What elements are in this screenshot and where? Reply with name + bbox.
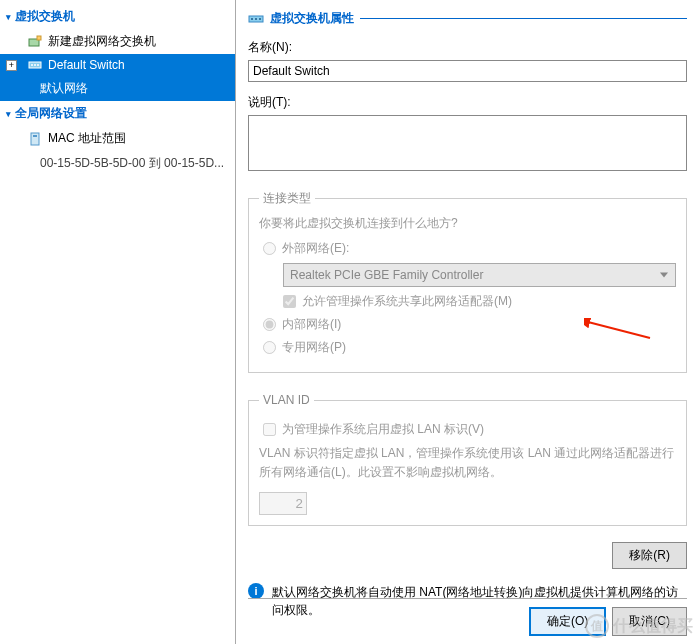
vlan-description: VLAN 标识符指定虚拟 LAN，管理操作系统使用该 LAN 通过此网络适配器进… [259, 444, 676, 482]
mac-range-item[interactable]: MAC 地址范围 [0, 126, 235, 151]
desc-label: 说明(T): [248, 94, 687, 111]
private-label: 专用网络(P) [282, 339, 346, 356]
switch-icon [28, 58, 42, 72]
external-label: 外部网络(E): [282, 240, 349, 257]
svg-point-3 [31, 64, 33, 66]
chevron-down-icon: ▾ [6, 12, 11, 22]
svg-point-5 [37, 64, 39, 66]
internal-label: 内部网络(I) [282, 316, 341, 333]
name-input[interactable] [248, 60, 687, 82]
left-panel: ▾ 虚拟交换机 新建虚拟网络交换机 + Default Switch 默认网络 … [0, 0, 236, 644]
new-switch-icon [28, 35, 42, 49]
chevron-down-icon: ▾ [6, 109, 11, 119]
name-label: 名称(N): [248, 39, 687, 56]
mac-range-value: 00-15-5D-5B-5D-00 到 00-15-5D... [0, 151, 235, 176]
svg-point-10 [255, 18, 257, 20]
adapter-select: Realtek PCIe GBE Family Controller [283, 263, 676, 287]
private-radio [263, 341, 276, 354]
description-input[interactable] [248, 115, 687, 171]
cancel-button[interactable]: 取消(C) [612, 607, 687, 636]
connection-type-group: 连接类型 你要将此虚拟交换机连接到什么地方? 外部网络(E): Realtek … [248, 190, 687, 373]
section-label: 虚拟交换机 [15, 8, 75, 25]
internal-radio [263, 318, 276, 331]
svg-point-9 [251, 18, 253, 20]
allow-mgmt-checkbox [283, 295, 296, 308]
mac-range-label: MAC 地址范围 [48, 130, 126, 147]
properties-title: 虚拟交换机属性 [270, 10, 354, 27]
dialog-buttons: 确定(O) 取消(C) [248, 598, 687, 636]
section-label: 全局网络设置 [15, 105, 87, 122]
default-network-item[interactable]: 默认网络 [0, 76, 235, 101]
svg-rect-6 [31, 133, 39, 145]
switch-header-icon [248, 12, 264, 26]
connection-question: 你要将此虚拟交换机连接到什么地方? [259, 215, 676, 232]
new-switch-label: 新建虚拟网络交换机 [48, 33, 156, 50]
connection-legend: 连接类型 [259, 190, 315, 207]
svg-point-4 [34, 64, 36, 66]
svg-point-11 [259, 18, 261, 20]
section-virtual-switch: ▾ 虚拟交换机 [0, 4, 235, 29]
svg-rect-1 [37, 36, 41, 40]
allow-mgmt-label: 允许管理操作系统共享此网络适配器(M) [302, 293, 512, 310]
default-switch-label: Default Switch [48, 58, 125, 72]
remove-button[interactable]: 移除(R) [612, 542, 687, 569]
svg-rect-7 [33, 135, 37, 137]
new-virtual-switch-item[interactable]: 新建虚拟网络交换机 [0, 29, 235, 54]
external-radio [263, 242, 276, 255]
vlan-enable-checkbox [263, 423, 276, 436]
expand-icon[interactable]: + [6, 60, 17, 71]
section-global-settings: ▾ 全局网络设置 [0, 101, 235, 126]
info-icon: i [248, 583, 264, 599]
properties-header: 虚拟交换机属性 [248, 8, 687, 33]
right-panel: 虚拟交换机属性 名称(N): 说明(T): 连接类型 你要将此虚拟交换机连接到什… [236, 0, 699, 644]
ok-button[interactable]: 确定(O) [529, 607, 606, 636]
default-network-label: 默认网络 [40, 80, 88, 97]
vlan-id-input [259, 492, 307, 515]
vlan-enable-label: 为管理操作系统启用虚拟 LAN 标识(V) [282, 421, 484, 438]
vlan-group: VLAN ID 为管理操作系统启用虚拟 LAN 标识(V) VLAN 标识符指定… [248, 393, 687, 526]
vlan-legend: VLAN ID [259, 393, 314, 407]
default-switch-item[interactable]: + Default Switch [0, 54, 235, 76]
mac-icon [28, 132, 42, 146]
